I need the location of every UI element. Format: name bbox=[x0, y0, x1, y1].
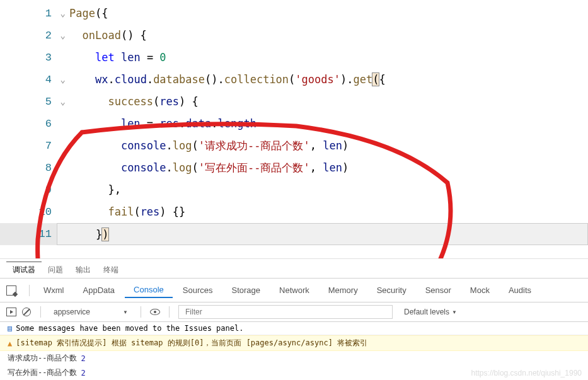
console-warning-message: ▲ [sitemap 索引情况提示] 根据 sitemap 的规则[0]，当前页… bbox=[0, 335, 588, 351]
tab-console[interactable]: Console bbox=[125, 282, 173, 298]
tab-sources[interactable]: Sources bbox=[174, 283, 222, 297]
devtools-panel: Wxml AppData Console Sources Storage Net… bbox=[0, 278, 588, 380]
element-inspector-icon[interactable] bbox=[6, 285, 16, 296]
console-issue-message: ▤ Some messages have been moved to the I… bbox=[0, 322, 588, 335]
console-log-message: 写在外面--商品个数 2 https://blog.csdn.net/qiush… bbox=[0, 366, 588, 380]
line-number: 3 bbox=[45, 52, 52, 64]
console-log-message: 请求成功--商品个数 2 bbox=[0, 351, 588, 366]
console-toolbar: appservice Default levels bbox=[0, 302, 588, 322]
log-levels-selector[interactable]: Default levels bbox=[404, 308, 457, 316]
line-number: 6 bbox=[45, 118, 52, 130]
live-expression-icon[interactable] bbox=[150, 307, 160, 317]
tab-security[interactable]: Security bbox=[368, 283, 415, 297]
issue-icon: ▤ bbox=[8, 324, 12, 333]
tab-audits[interactable]: Audits bbox=[500, 283, 540, 297]
tab-wxml[interactable]: Wxml bbox=[35, 283, 73, 297]
line-number: 4 bbox=[45, 74, 52, 86]
watermark: https://blog.csdn.net/qiushi_1990 bbox=[471, 369, 582, 377]
code-content[interactable]: Page({ onLoad() { let len = 0 wx.cloud.d… bbox=[57, 0, 588, 258]
separator bbox=[29, 285, 30, 296]
line-number: 11 bbox=[39, 228, 52, 240]
tab-appdata[interactable]: AppData bbox=[74, 283, 124, 297]
tab-problems[interactable]: 问题 bbox=[42, 262, 69, 278]
code-editor[interactable]: 1⌄ 2⌄ 3 4⌄ 5⌄ 6 7 8 9 10 11 Page({ onLoa… bbox=[0, 0, 588, 258]
console-messages[interactable]: ▤ Some messages have been moved to the I… bbox=[0, 322, 588, 380]
tab-sensor[interactable]: Sensor bbox=[417, 283, 460, 297]
tab-storage[interactable]: Storage bbox=[223, 283, 270, 297]
tab-terminal[interactable]: 终端 bbox=[97, 262, 125, 278]
line-number: 9 bbox=[45, 184, 52, 196]
line-number: 8 bbox=[45, 162, 52, 174]
line-number: 7 bbox=[45, 140, 52, 152]
tab-output[interactable]: 输出 bbox=[69, 262, 97, 278]
line-number: 2 bbox=[45, 30, 52, 42]
context-selector[interactable]: appservice bbox=[50, 306, 132, 318]
sidebar-toggle-icon[interactable] bbox=[6, 307, 16, 317]
tab-mock[interactable]: Mock bbox=[461, 283, 499, 297]
console-filter-input[interactable] bbox=[178, 305, 393, 319]
warning-icon: ▲ bbox=[8, 339, 12, 348]
tab-network[interactable]: Network bbox=[270, 283, 318, 297]
line-number: 1 bbox=[45, 8, 52, 20]
line-number: 10 bbox=[39, 206, 52, 218]
clear-console-icon[interactable] bbox=[21, 307, 32, 317]
bottom-panel-tabs: 调试器 问题 输出 终端 bbox=[0, 258, 588, 278]
tab-memory[interactable]: Memory bbox=[320, 283, 367, 297]
separator bbox=[141, 306, 141, 318]
line-number: 5 bbox=[45, 96, 52, 108]
separator bbox=[169, 306, 170, 318]
devtools-tabs: Wxml AppData Console Sources Storage Net… bbox=[0, 279, 588, 302]
separator bbox=[40, 306, 41, 318]
line-gutter: 1⌄ 2⌄ 3 4⌄ 5⌄ 6 7 8 9 10 11 bbox=[0, 0, 57, 258]
tab-debugger[interactable]: 调试器 bbox=[6, 262, 42, 278]
